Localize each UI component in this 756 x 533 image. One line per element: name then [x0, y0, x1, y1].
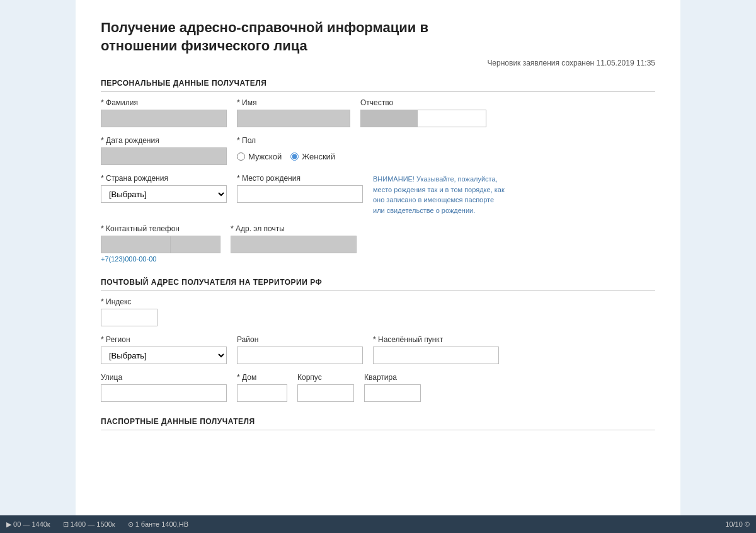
phone-label: * Контактный телефон	[101, 224, 220, 233]
gender-female-option[interactable]: Женский	[290, 152, 335, 161]
personal-data-section: ПЕРСОНАЛЬНЫЕ ДАННЫЕ ПОЛУЧАТЕЛЯ * Фамилия…	[101, 79, 655, 263]
birth-place-notice: ВНИМАНИЕ! Указывайте, пожалуйста, место …	[373, 174, 505, 215]
page-title: Получение адресно-справочной информации …	[101, 19, 655, 55]
index-label: * Индекс	[101, 297, 158, 306]
last-name-group: * Фамилия	[101, 98, 227, 127]
region-select[interactable]: [Выбрать]	[101, 347, 227, 364]
gender-male-radio[interactable]	[237, 152, 245, 161]
house-input[interactable]	[237, 384, 287, 402]
passport-section-title: ПАСПОРТНЫЕ ДАННЫЕ ПОЛУЧАТЕЛЯ	[101, 417, 655, 430]
phone-suffix-input[interactable]	[170, 236, 220, 253]
birth-country-group: * Страна рождения [Выбрать]	[101, 174, 227, 203]
region-group: * Регион [Выбрать]	[101, 335, 227, 364]
address-section-title: ПОЧТОВЫЙ АДРЕС ПОЛУЧАТЕЛЯ НА ТЕРРИТОРИИ …	[101, 278, 655, 291]
region-row: * Регион [Выбрать] Район * Населённый пу…	[101, 335, 655, 364]
email-label: * Адр. эл почты	[231, 224, 357, 233]
building-group: Корпус	[297, 373, 354, 402]
bottom-bar-item4: 10/10 ©	[725, 520, 750, 528]
gender-label: * Пол	[237, 136, 335, 145]
birth-country-select[interactable]: [Выбрать]	[101, 185, 227, 203]
last-name-label: * Фамилия	[101, 98, 227, 107]
region-label: * Регион	[101, 335, 227, 344]
district-input[interactable]	[237, 347, 363, 364]
passport-section: ПАСПОРТНЫЕ ДАННЫЕ ПОЛУЧАТЕЛЯ	[101, 417, 655, 430]
street-label: Улица	[101, 373, 227, 382]
birth-country-label: * Страна рождения	[101, 174, 227, 183]
house-label: * Дом	[237, 373, 287, 382]
street-row: Улица * Дом Корпус Квартира	[101, 373, 655, 402]
index-row: * Индекс	[101, 297, 655, 326]
phone-group: * Контактный телефон +7(123)000-00-00	[101, 224, 220, 263]
patronymic-filled-part	[360, 110, 417, 127]
personal-section-title: ПЕРСОНАЛЬНЫЕ ДАННЫЕ ПОЛУЧАТЕЛЯ	[101, 79, 655, 92]
gender-group: * Пол Мужской Женский	[237, 136, 335, 165]
phone-input-wrapper	[101, 236, 220, 253]
birth-place-input[interactable]	[237, 185, 363, 203]
gender-female-radio[interactable]	[290, 152, 299, 161]
bottom-bar-item1: ▶ 00 — 1440к	[6, 520, 50, 529]
settlement-label: * Населённый пункт	[373, 335, 499, 344]
birth-gender-row: * Дата рождения * Пол Мужской Женский	[101, 136, 655, 165]
gender-male-option[interactable]: Мужской	[237, 152, 282, 161]
street-group: Улица	[101, 373, 227, 402]
fio-row: * Фамилия * Имя Отчество	[101, 98, 655, 127]
page-wrapper: Получение адресно-справочной информации …	[76, 0, 680, 533]
patronymic-label: Отчество	[360, 98, 486, 107]
settlement-input[interactable]	[373, 347, 499, 364]
index-group: * Индекс	[101, 297, 158, 326]
apartment-input[interactable]	[364, 384, 421, 402]
birth-date-group: * Дата рождения	[101, 136, 227, 165]
last-name-input[interactable]	[101, 110, 227, 127]
email-group: * Адр. эл почты	[231, 224, 357, 253]
phone-prefix-filled	[101, 236, 170, 253]
draft-saved-status: Черновик заявления сохранен 11.05.2019 1…	[101, 59, 655, 67]
patronymic-input[interactable]	[417, 110, 486, 127]
house-group: * Дом	[237, 373, 287, 402]
building-input[interactable]	[297, 384, 354, 402]
patronymic-group: Отчество	[360, 98, 486, 127]
gender-male-label: Мужской	[248, 152, 282, 161]
bottom-bar-item2: ⊡ 1400 — 1500к	[63, 520, 115, 529]
first-name-label: * Имя	[237, 98, 350, 107]
street-input[interactable]	[101, 384, 227, 402]
gender-female-label: Женский	[302, 152, 335, 161]
birth-date-input[interactable]	[101, 147, 227, 165]
birth-place-row: * Страна рождения [Выбрать] * Место рожд…	[101, 174, 655, 215]
building-label: Корпус	[297, 373, 354, 382]
birth-place-label: * Место рождения	[237, 174, 363, 183]
bottom-bar-item3: ⊙ 1 банте 1400,НВ	[128, 520, 188, 529]
gender-radio-group: Мужской Женский	[237, 147, 335, 165]
apartment-group: Квартира	[364, 373, 421, 402]
first-name-group: * Имя	[237, 98, 350, 127]
apartment-label: Квартира	[364, 373, 421, 382]
district-label: Район	[237, 335, 363, 344]
first-name-input[interactable]	[237, 110, 350, 127]
address-section: ПОЧТОВЫЙ АДРЕС ПОЛУЧАТЕЛЯ НА ТЕРРИТОРИИ …	[101, 278, 655, 402]
phone-hint: +7(123)000-00-00	[101, 255, 220, 263]
bottom-bar: ▶ 00 — 1440к ⊡ 1400 — 1500к ⊙ 1 банте 14…	[0, 515, 756, 533]
birth-date-label: * Дата рождения	[101, 136, 227, 145]
district-group: Район	[237, 335, 363, 364]
email-input[interactable]	[231, 236, 357, 253]
index-input[interactable]	[101, 309, 158, 326]
birth-place-group: * Место рождения	[237, 174, 363, 203]
settlement-group: * Населённый пункт	[373, 335, 499, 364]
contact-row: * Контактный телефон +7(123)000-00-00 * …	[101, 224, 655, 263]
